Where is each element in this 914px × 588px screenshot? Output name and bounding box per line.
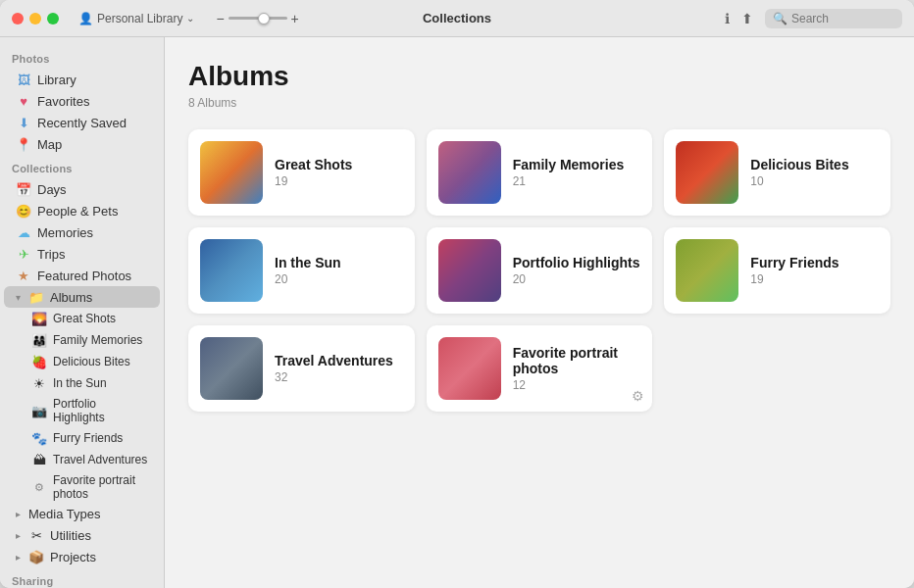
album-count: 19	[750, 272, 879, 286]
sidebar-sub-family-memories[interactable]: 👨‍👩‍👧 Family Memories	[4, 329, 160, 351]
sidebar-item-label: Great Shots	[53, 312, 116, 325]
travel-sub-icon: 🏔	[31, 452, 47, 467]
sidebar-item-label: Albums	[50, 290, 92, 305]
album-thumb-travel	[200, 337, 263, 400]
album-thumb-furry	[676, 239, 738, 302]
sidebar-sub-in-the-sun[interactable]: ☀ In the Sun	[4, 372, 160, 394]
share-icon[interactable]: ⬆	[741, 11, 753, 26]
album-card-portfolio[interactable]: Portfolio Highlights 20	[427, 227, 653, 314]
app-window: 👤 Personal Library ⌄ − + Collections ℹ ⬆…	[0, 0, 914, 588]
albums-chevron-icon: ▾	[16, 292, 21, 303]
search-icon: 🔍	[773, 12, 787, 25]
sidebar-item-albums[interactable]: ▾ 📁 Albums	[4, 286, 160, 308]
album-thumb-great-shots	[200, 141, 263, 204]
utilities-icon: ✂	[28, 527, 44, 543]
sidebar-item-projects[interactable]: ▸ 📦 Projects	[4, 546, 160, 567]
album-count: 21	[513, 174, 641, 188]
sidebar-sub-portfolio[interactable]: 📷 Portfolio Highlights	[4, 394, 160, 427]
delicious-bites-sub-icon: 🍓	[31, 354, 47, 369]
library-label: Personal Library	[97, 12, 182, 25]
sidebar-item-label: Utilities	[50, 528, 91, 543]
sidebar-item-label: Trips	[37, 247, 65, 262]
album-count: 19	[275, 174, 403, 188]
album-card-portrait[interactable]: Favorite portrait photos 12 ⚙	[427, 325, 653, 412]
search-box[interactable]: 🔍	[765, 9, 902, 28]
projects-chevron-icon: ▸	[16, 552, 21, 563]
sidebar-item-favorites[interactable]: ♥ Favorites	[4, 90, 160, 112]
sidebar-item-library[interactable]: 🖼 Library	[4, 69, 160, 90]
sidebar-item-label: Library	[37, 73, 76, 87]
album-name: Great Shots	[275, 157, 403, 172]
sidebar-item-label: Memories	[37, 225, 93, 240]
days-icon: 📅	[16, 181, 31, 197]
sidebar-item-utilities[interactable]: ▸ ✂ Utilities	[4, 524, 160, 546]
media-types-chevron-icon: ▸	[16, 509, 21, 519]
collections-section-label: Collections	[0, 155, 164, 178]
album-info-furry: Furry Friends 19	[750, 255, 879, 286]
smart-album-gear-icon: ⚙	[632, 388, 644, 404]
titlebar-left: 👤 Personal Library ⌄ − +	[78, 11, 299, 26]
sidebar-sub-furry-friends[interactable]: 🐾 Furry Friends	[4, 427, 160, 449]
portrait-sub-icon: ⚙	[31, 479, 47, 495]
map-icon: 📍	[16, 136, 31, 152]
album-card-great-shots[interactable]: Great Shots 19	[188, 129, 415, 216]
sidebar-item-label: Portfolio Highlights	[53, 397, 148, 424]
album-info-family: Family Memories 21	[513, 157, 641, 188]
zoom-slider[interactable]: − +	[216, 11, 298, 26]
sidebar-item-map[interactable]: 📍 Map	[4, 133, 160, 155]
sidebar-sub-delicious-bites[interactable]: 🍓 Delicious Bites	[4, 351, 160, 372]
sidebar: Photos 🖼 Library ♥ Favorites ⬇ Recently …	[0, 37, 165, 588]
slider-thumb[interactable]	[258, 13, 270, 24]
trips-icon: ✈	[16, 246, 31, 262]
album-card-travel[interactable]: Travel Adventures 32	[188, 325, 415, 412]
zoom-plus[interactable]: +	[291, 11, 299, 26]
album-name: Delicious Bites	[750, 157, 879, 172]
album-name: Family Memories	[513, 157, 641, 172]
album-info-portrait: Favorite portrait photos 12	[513, 345, 641, 392]
recently-saved-icon: ⬇	[16, 115, 31, 130]
close-button[interactable]	[12, 13, 24, 24]
album-count: 12	[513, 378, 641, 392]
content-area: Albums 8 Albums Great Shots 19 Family Me…	[165, 37, 914, 588]
album-card-family-memories[interactable]: Family Memories 21	[427, 129, 653, 216]
sidebar-item-label: Days	[37, 182, 67, 197]
zoom-minus[interactable]: −	[216, 11, 224, 26]
album-card-delicious-bites[interactable]: Delicious Bites 10	[664, 129, 890, 216]
sidebar-item-media-types[interactable]: ▸ Media Types	[4, 504, 160, 524]
sidebar-sub-travel[interactable]: 🏔 Travel Adventures	[4, 449, 160, 470]
albums-grid: Great Shots 19 Family Memories 21 Delici…	[188, 129, 890, 412]
sidebar-item-label: People & Pets	[37, 204, 118, 219]
sidebar-item-days[interactable]: 📅 Days	[4, 178, 160, 200]
featured-photos-icon: ★	[16, 268, 31, 283]
album-info-delicious: Delicious Bites 10	[750, 157, 879, 188]
portfolio-sub-icon: 📷	[31, 403, 47, 418]
chevron-icon: ⌄	[186, 13, 194, 24]
search-input[interactable]	[791, 12, 894, 25]
sidebar-item-label: Favorite portrait photos	[53, 473, 148, 501]
slider-track[interactable]	[228, 17, 287, 20]
sidebar-item-trips[interactable]: ✈ Trips	[4, 243, 160, 265]
info-icon[interactable]: ℹ	[725, 11, 730, 26]
sidebar-sub-portrait[interactable]: ⚙ Favorite portrait photos	[4, 470, 160, 504]
sidebar-sub-great-shots[interactable]: 🌄 Great Shots	[4, 308, 160, 329]
sidebar-item-people-pets[interactable]: 😊 People & Pets	[4, 200, 160, 221]
furry-friends-sub-icon: 🐾	[31, 430, 47, 446]
window-title: Collections	[423, 11, 491, 25]
sidebar-item-label: Furry Friends	[53, 431, 123, 445]
album-info-sun: In the Sun 20	[275, 255, 403, 286]
memories-icon: ☁	[16, 224, 31, 240]
sidebar-item-label: Recently Saved	[37, 116, 127, 130]
library-picker[interactable]: 👤 Personal Library ⌄	[78, 12, 194, 25]
sidebar-item-label: Travel Adventures	[53, 453, 147, 466]
minimize-button[interactable]	[29, 13, 41, 24]
sidebar-item-featured-photos[interactable]: ★ Featured Photos	[4, 265, 160, 286]
album-card-furry-friends[interactable]: Furry Friends 19	[664, 227, 890, 314]
titlebar: 👤 Personal Library ⌄ − + Collections ℹ ⬆…	[0, 0, 914, 37]
sidebar-item-recently-saved[interactable]: ⬇ Recently Saved	[4, 112, 160, 133]
sidebar-item-memories[interactable]: ☁ Memories	[4, 221, 160, 243]
album-card-in-the-sun[interactable]: In the Sun 20	[188, 227, 415, 314]
sidebar-item-label: In the Sun	[53, 376, 107, 390]
maximize-button[interactable]	[47, 13, 59, 24]
great-shots-sub-icon: 🌄	[31, 311, 47, 326]
album-thumb-portrait	[438, 337, 501, 400]
